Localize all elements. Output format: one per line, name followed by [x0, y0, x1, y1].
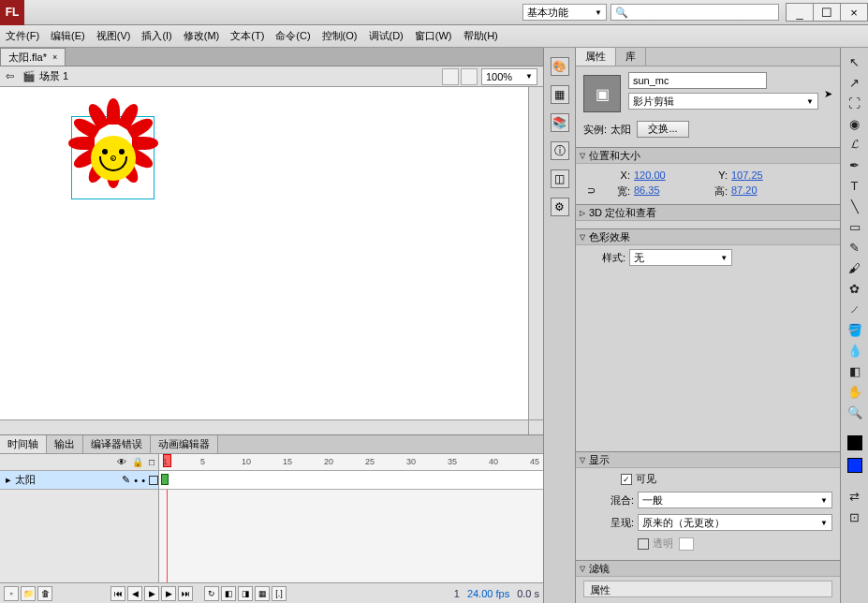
brush-tool-icon[interactable]: 🖌	[846, 259, 863, 276]
menu-window[interactable]: 窗口(W)	[415, 29, 452, 43]
menu-help[interactable]: 帮助(H)	[463, 29, 498, 43]
info-panel-icon[interactable]: ⓘ	[551, 141, 569, 160]
stage-vscroll[interactable]	[528, 87, 543, 419]
visible-checkbox[interactable]: ✓	[621, 474, 632, 485]
zoom-dropdown[interactable]: 100%▼	[481, 68, 537, 85]
lock-icon[interactable]: 🔒	[132, 457, 143, 467]
swap-button[interactable]: 交换...	[637, 121, 689, 138]
stage[interactable]: +	[0, 87, 543, 434]
fill-color-swatch[interactable]	[847, 458, 862, 473]
pencil-tool-icon[interactable]: ✎	[846, 239, 863, 256]
3d-rotation-tool-icon[interactable]: ◉	[846, 115, 863, 132]
lock-aspect-icon[interactable]: ⊃	[587, 184, 598, 199]
edit-symbol-button[interactable]	[461, 68, 478, 85]
onion-skin-button[interactable]: ◧	[221, 586, 236, 601]
menu-text[interactable]: 文本(T)	[230, 29, 264, 43]
section-position-size[interactable]: ▽位置和大小	[576, 147, 840, 164]
last-frame-button[interactable]: ⏭	[178, 586, 193, 601]
menu-file[interactable]: 文件(F)	[6, 29, 39, 43]
components-panel-icon[interactable]: ⚙	[551, 198, 569, 216]
outline-icon[interactable]: □	[149, 457, 154, 467]
back-arrow-icon[interactable]: ⇦	[6, 70, 19, 83]
minimize-button[interactable]: _	[786, 3, 814, 22]
tab-motion-editor[interactable]: 动画编辑器	[151, 435, 218, 453]
width-value[interactable]: 86.35	[634, 184, 690, 199]
loop-button[interactable]: ↻	[204, 586, 219, 601]
menu-debug[interactable]: 调试(D)	[369, 29, 404, 43]
section-3d-position[interactable]: ▷3D 定位和查看	[576, 204, 840, 221]
snap-icon[interactable]: ⊡	[846, 508, 863, 525]
stroke-color-swatch[interactable]	[847, 435, 862, 450]
instance-name-input[interactable]	[628, 72, 767, 89]
deco-tool-icon[interactable]: ✿	[846, 280, 863, 297]
subselection-tool-icon[interactable]: ↗	[846, 74, 863, 91]
maximize-button[interactable]: ☐	[813, 3, 841, 22]
color-style-dropdown[interactable]: 无▼	[629, 249, 732, 266]
document-tab[interactable]: 太阳.fla*×	[0, 48, 66, 66]
hand-tool-icon[interactable]: ✋	[846, 383, 863, 400]
tab-compiler-errors[interactable]: 编译器错误	[83, 435, 151, 453]
tab-output[interactable]: 输出	[47, 435, 83, 453]
workspace-dropdown[interactable]: 基本功能▼	[522, 4, 607, 21]
section-filters[interactable]: ▽滤镜	[576, 560, 840, 577]
paint-bucket-tool-icon[interactable]: 🪣	[846, 321, 863, 338]
menu-view[interactable]: 视图(V)	[96, 29, 131, 43]
free-transform-tool-icon[interactable]: ⛶	[846, 95, 863, 111]
swap-colors-icon[interactable]: ⇄	[846, 488, 863, 505]
new-folder-button[interactable]: 📁	[21, 586, 36, 601]
stage-hscroll[interactable]	[0, 419, 528, 434]
render-dropdown[interactable]: 原来的（无更改）▼	[638, 514, 832, 531]
close-button[interactable]: ×	[840, 3, 868, 22]
edit-scene-button[interactable]	[442, 68, 459, 85]
lasso-tool-icon[interactable]: 𝓛	[846, 136, 863, 153]
menu-edit[interactable]: 编辑(E)	[51, 29, 85, 43]
x-value[interactable]: 120.00	[634, 169, 690, 181]
tab-properties[interactable]: 属性	[576, 48, 616, 66]
close-tab-icon[interactable]: ×	[52, 52, 57, 62]
eyedropper-tool-icon[interactable]: 💧	[846, 342, 863, 359]
symbol-type-dropdown[interactable]: 影片剪辑▼	[628, 93, 818, 110]
delete-layer-button[interactable]: 🗑	[37, 586, 52, 601]
first-frame-button[interactable]: ⏮	[110, 586, 125, 601]
rectangle-tool-icon[interactable]: ▭	[846, 218, 863, 235]
search-box[interactable]: 🔍	[611, 4, 779, 21]
selected-movieclip[interactable]: +	[72, 117, 154, 199]
keyframe[interactable]	[161, 474, 169, 485]
height-value[interactable]: 87.20	[731, 184, 787, 199]
eraser-tool-icon[interactable]: ◧	[846, 362, 863, 379]
layer-name[interactable]: 太阳	[15, 473, 36, 487]
text-tool-icon[interactable]: T	[846, 177, 863, 194]
eye-icon[interactable]: 👁	[117, 457, 126, 467]
menu-modify[interactable]: 修改(M)	[184, 29, 220, 43]
help-icon[interactable]: ➤	[824, 88, 832, 100]
layer-frames[interactable]	[159, 471, 543, 489]
menu-insert[interactable]: 插入(I)	[141, 29, 171, 43]
align-panel-icon[interactable]: ▦	[551, 85, 569, 104]
swatches-panel-icon[interactable]: 🎨	[551, 57, 569, 76]
next-frame-button[interactable]: ▶	[161, 586, 176, 601]
library-panel-icon[interactable]: 📚	[551, 113, 569, 132]
prev-frame-button[interactable]: ◀	[127, 586, 142, 601]
bone-tool-icon[interactable]: ⟋	[846, 301, 863, 317]
menu-commands[interactable]: 命令(C)	[275, 29, 310, 43]
onion-outline-button[interactable]: ◨	[238, 586, 253, 601]
tab-library[interactable]: 库	[616, 48, 646, 66]
edit-multiple-button[interactable]: ▦	[255, 586, 270, 601]
tab-timeline[interactable]: 时间轴	[0, 435, 47, 453]
selection-tool-icon[interactable]: ↖	[846, 53, 863, 70]
menu-control[interactable]: 控制(O)	[322, 29, 358, 43]
transform-panel-icon[interactable]: ◫	[551, 169, 569, 188]
play-button[interactable]: ▶	[144, 586, 159, 601]
section-color-effect[interactable]: ▽色彩效果	[576, 228, 840, 245]
pen-tool-icon[interactable]: ✒	[846, 156, 863, 173]
zoom-tool-icon[interactable]: 🔍	[846, 404, 863, 420]
fps-display[interactable]: 24.00 fps	[467, 588, 509, 599]
timeline-ruler[interactable]: 1 5 10 15 20 25 30 35 40 45	[159, 454, 543, 470]
section-display[interactable]: ▽显示	[576, 451, 840, 468]
layer-row[interactable]: ▸ 太阳 ✎ ••	[0, 471, 543, 490]
blend-dropdown[interactable]: 一般▼	[638, 492, 832, 508]
y-value[interactable]: 107.25	[731, 169, 787, 181]
new-layer-button[interactable]: ▫	[4, 586, 19, 601]
line-tool-icon[interactable]: ╲	[846, 198, 863, 214]
marker-button[interactable]: [.]	[272, 586, 287, 601]
